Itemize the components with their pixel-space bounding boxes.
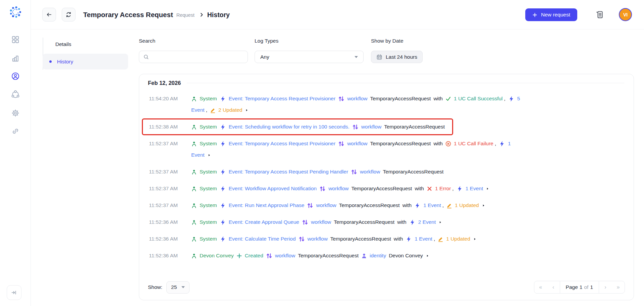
log-link[interactable]: Event: Workflow Approved Notification xyxy=(229,183,317,194)
workflow-icon xyxy=(352,121,359,133)
log-actor[interactable]: System xyxy=(200,233,217,245)
log-segment-updated: 2 Updated xyxy=(218,104,243,116)
pencil-icon xyxy=(438,233,443,245)
log-actor[interactable]: System xyxy=(200,121,217,133)
show-by-date-label: Show by Date xyxy=(371,38,404,44)
refresh-button[interactable] xyxy=(62,8,75,21)
log-link[interactable]: workflow xyxy=(361,121,381,133)
search-input[interactable] xyxy=(152,54,244,60)
user-avatar[interactable]: VI xyxy=(619,8,632,21)
log-timestamp: 11:52:36 AM xyxy=(149,250,184,261)
pagination: « ‹ Page 1 of 1 › » xyxy=(534,281,625,294)
caret-icon[interactable] xyxy=(438,216,442,228)
date-group-header: Feb 12, 2026 xyxy=(148,80,624,86)
page-size-select[interactable]: 25 xyxy=(166,281,190,294)
log-link[interactable]: 1 Event xyxy=(466,183,483,194)
log-actor[interactable]: System xyxy=(200,93,217,104)
person-icon xyxy=(191,183,197,194)
log-row-content: Devon ConveyCreatedworkflowTemporaryAcce… xyxy=(191,250,429,261)
log-link[interactable]: Event xyxy=(191,149,205,161)
log-types-label: Log Types xyxy=(255,38,278,44)
date-divider xyxy=(187,83,624,83)
bolt-icon xyxy=(499,138,505,149)
log-link[interactable]: Event: Temporary Access Request Provisio… xyxy=(229,138,335,149)
first-page-button[interactable]: « xyxy=(534,281,547,293)
log-link[interactable]: Event: Scheduling workflow for retry in … xyxy=(229,121,350,133)
activity-log-icon[interactable] xyxy=(595,10,604,19)
link-icon[interactable] xyxy=(11,126,20,136)
caret-icon[interactable] xyxy=(207,149,211,161)
panel-footer: Show: 25 « ‹ Page 1 of 1 › » xyxy=(148,281,625,294)
next-page-button[interactable]: › xyxy=(599,281,612,293)
log-actor[interactable]: System xyxy=(200,183,217,194)
caret-icon[interactable] xyxy=(426,250,429,261)
avatar-initials: VI xyxy=(623,12,628,17)
log-link[interactable]: Event: Run Next Approval Phase xyxy=(229,200,305,211)
new-request-button[interactable]: New request xyxy=(525,8,577,21)
log-actor[interactable]: System xyxy=(200,200,217,211)
log-link[interactable]: workflow xyxy=(316,200,336,211)
bar-chart-icon[interactable] xyxy=(11,53,20,63)
last-page-button[interactable]: » xyxy=(612,281,625,293)
share-network-icon[interactable] xyxy=(11,90,20,99)
log-link[interactable]: workflow xyxy=(308,233,328,245)
log-link[interactable]: Event: Create Approval Queue xyxy=(229,216,299,228)
log-actor[interactable]: System xyxy=(200,166,217,177)
settings-gear-icon[interactable] xyxy=(11,108,20,118)
app-logo-icon[interactable] xyxy=(8,5,22,19)
log-actor[interactable]: System xyxy=(200,216,217,228)
bolt-icon xyxy=(220,138,226,149)
log-rows: 11:54:20 AMSystemEvent: Temporary Access… xyxy=(148,90,624,264)
log-segment-updated: 1 Updated xyxy=(455,200,479,211)
page-subtitle: Request xyxy=(176,12,195,18)
log-actor[interactable]: Devon Convey xyxy=(200,250,234,261)
log-segment-text: TemporaryAccessRequest xyxy=(370,93,431,104)
bolt-icon xyxy=(457,183,463,194)
log-row-highlighted: 11:52:38 AMSystemEvent: Scheduling workf… xyxy=(142,118,453,135)
subnav-item-history[interactable]: History xyxy=(43,54,128,69)
dashboard-grid-icon[interactable] xyxy=(11,35,20,44)
identities-user-icon[interactable] xyxy=(11,71,20,81)
log-link[interactable]: 2 Event xyxy=(418,216,436,228)
log-segment-error: 1 Error xyxy=(435,183,451,194)
log-link[interactable]: workflow xyxy=(275,250,295,261)
log-link[interactable]: workflow xyxy=(347,138,367,149)
log-types-select[interactable]: Any xyxy=(255,51,364,63)
bolt-icon xyxy=(508,93,515,104)
log-link[interactable]: Event: Temporary Access Request Pending … xyxy=(229,166,348,177)
log-link[interactable]: 1 Event xyxy=(415,233,432,245)
sidebar-collapse-button[interactable] xyxy=(7,285,21,300)
bolt-icon xyxy=(406,233,412,245)
back-button[interactable] xyxy=(42,8,56,21)
date-range-button[interactable]: Last 24 hours xyxy=(371,51,423,63)
search-box xyxy=(139,51,248,63)
log-link[interactable]: workflow xyxy=(360,166,380,177)
person-icon xyxy=(191,216,197,228)
log-segment-text: with xyxy=(402,200,412,211)
log-link[interactable]: Event: Calculate Time Period xyxy=(229,233,296,245)
log-row-content: SystemEvent: Scheduling workflow for ret… xyxy=(191,121,445,133)
log-link[interactable]: 1 Event xyxy=(423,200,441,211)
prev-page-button[interactable]: ‹ xyxy=(547,281,560,293)
date-range-value: Last 24 hours xyxy=(386,54,417,60)
log-link[interactable]: workflow xyxy=(328,183,348,194)
new-request-label: New request xyxy=(541,12,570,18)
log-link[interactable]: workflow xyxy=(311,216,331,228)
log-link[interactable]: 5 xyxy=(517,93,520,104)
caret-icon[interactable] xyxy=(486,183,489,194)
subnav-item-details[interactable]: Details xyxy=(43,37,128,52)
person-icon xyxy=(191,121,197,133)
log-actor[interactable]: System xyxy=(200,138,217,149)
calendar-icon xyxy=(376,54,382,60)
person-icon xyxy=(191,138,197,149)
caret-icon[interactable] xyxy=(482,200,485,211)
caret-icon[interactable] xyxy=(245,104,249,116)
log-link[interactable]: Event: Temporary Access Request Provisio… xyxy=(229,93,335,104)
caret-icon[interactable] xyxy=(473,233,477,245)
log-link[interactable]: Event xyxy=(191,104,205,116)
bolt-icon xyxy=(220,166,226,177)
log-link[interactable]: workflow xyxy=(347,93,367,104)
log-link[interactable]: identity xyxy=(370,250,386,261)
log-link[interactable]: 1 xyxy=(508,138,511,149)
check-icon xyxy=(445,93,451,104)
